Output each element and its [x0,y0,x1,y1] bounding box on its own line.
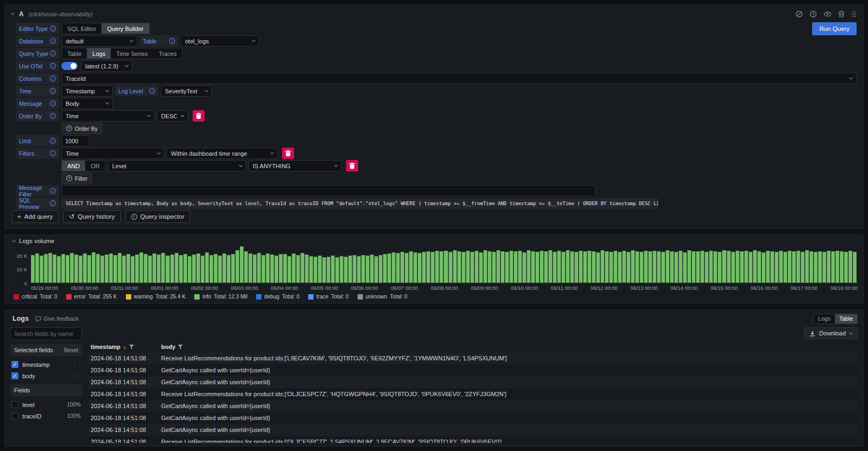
field-name[interactable]: timestamp [22,361,50,368]
message-filter-input[interactable] [61,185,596,196]
order-by-field-select[interactable]: Time [61,110,155,122]
query-inspector-button[interactable]: iQuery inspector [125,210,190,223]
use-otel-toggle[interactable] [61,62,78,70]
volume-bar [788,251,792,283]
give-feedback-link[interactable]: Give feedback [35,316,79,322]
limit-input[interactable] [61,135,90,147]
log-table-row[interactable]: 2024-06-18 14:51:08GetCartAsync called w… [88,400,858,412]
query-type-table[interactable]: Table [62,48,87,59]
info-icon[interactable]: i [149,88,155,94]
legend-item[interactable]: infoTotal: 12.3 Mil [194,294,247,300]
remove-filter-trash-icon[interactable] [282,148,294,159]
checkbox-checked-icon[interactable]: ✓ [11,361,18,368]
remove-condition-trash-icon[interactable] [346,160,358,171]
info-icon[interactable]: i [50,88,56,94]
reset-fields-button[interactable]: Reset [64,347,78,353]
volume-bar [674,252,678,283]
volume-bar [439,251,443,283]
field-name[interactable]: body [22,373,35,379]
info-icon[interactable]: i [50,38,56,44]
drag-handle-icon[interactable]: ⋮⋮ [72,373,81,379]
legend-item[interactable]: errorTotal: 255 K [66,294,117,300]
query-history-button[interactable]: ↺Query history [63,210,120,223]
log-table-row[interactable]: 2024-06-18 14:51:08Receive ListRecommend… [88,388,858,400]
order-by-direction-select[interactable]: DESC [157,110,188,122]
add-filter-button[interactable]: +Filter [61,173,92,184]
info-icon[interactable]: i [50,200,56,206]
volume-bar [57,256,61,283]
info-icon[interactable]: i [50,188,56,194]
info-icon[interactable]: i [50,75,56,81]
info-icon[interactable]: i [50,63,56,69]
log-table-row[interactable]: 2024-06-18 14:51:08GetCartAsync called w… [88,376,858,388]
filter-field-select[interactable]: Time [61,148,164,159]
query-ref[interactable]: A [19,10,24,18]
info-icon[interactable]: i [50,138,56,144]
columns-multiselect[interactable]: TraceId [61,73,857,84]
log-table-row[interactable]: 2024-06-18 14:51:08Receive ListRecommend… [88,352,858,364]
timestamp-column-header[interactable]: timestamp ↓ [88,344,157,350]
volume-bar [692,251,695,283]
info-icon[interactable]: i [50,50,56,56]
view-toggle-logs[interactable]: Logs [814,314,835,323]
filter-condition-operator-select[interactable]: IS ANYTHING [248,160,342,171]
log-table-row[interactable]: 2024-06-18 14:51:08GetCartAsync called w… [88,424,858,436]
log-level-select[interactable]: SeverityText [161,85,212,97]
volume-bar [309,256,313,283]
collapse-chevron-icon[interactable] [11,11,15,15]
info-icon[interactable]: i [169,38,175,44]
log-table-row[interactable]: 2024-06-18 14:51:08GetCartAsync called w… [88,364,858,376]
editor-type-sql-editor[interactable]: SQL Editor [62,23,101,34]
sort-desc-icon[interactable]: ↓ [123,344,126,350]
editor-type-query-builder[interactable]: Query Builder [101,23,149,34]
field-name[interactable]: level [22,402,35,408]
drag-query-grip-icon[interactable] [851,10,857,18]
run-query-button[interactable]: Run Query [812,22,857,35]
info-icon[interactable]: i [50,113,56,119]
conjunction-or[interactable]: OR [85,161,105,171]
info-icon[interactable]: i [50,26,56,31]
legend-item[interactable]: criticalTotal: 0 [14,294,58,300]
checkbox-unchecked-icon[interactable] [11,401,18,408]
drag-handle-icon[interactable]: ⋮⋮ [72,361,81,367]
query-history-icon[interactable] [809,10,817,18]
field-name[interactable]: traceID [22,413,41,420]
remove-order-by-trash-icon[interactable] [193,110,205,122]
conjunction-and[interactable]: AND [62,161,85,171]
query-type-traces[interactable]: Traces [153,48,182,59]
volume-bar [475,251,478,283]
add-order-by-button[interactable]: +Order By [61,123,103,134]
volume-bar [205,252,209,283]
query-type-logs[interactable]: Logs [87,48,111,59]
checkbox-checked-icon[interactable]: ✓ [11,372,18,379]
table-select[interactable]: otel_logs [181,35,259,47]
query-type-time-series[interactable]: Time Series [111,48,153,59]
search-fields-input[interactable] [10,327,82,340]
x-tick-label: 06/15 00:00 [711,285,738,292]
info-icon[interactable]: i [50,100,56,106]
legend-item[interactable]: unknownTotal: 0 [358,294,407,300]
database-select[interactable]: default [61,35,137,47]
legend-item[interactable]: debugTotal: 0 [256,294,299,300]
x-tick-label: 06/07 00:00 [391,285,418,292]
time-column-select[interactable]: Timestamp [61,85,113,97]
filter-level-select[interactable]: Level [108,160,246,171]
message-column-select[interactable]: Body [61,98,113,109]
otel-version-select[interactable]: latest (1.2.9) [81,60,132,72]
filter-operator-select[interactable]: Within dashboard time range [167,148,278,159]
log-table-row[interactable]: 2024-06-18 14:51:08Receive ListRecommend… [88,436,858,443]
hide-response-eye-icon[interactable] [824,11,832,17]
add-query-button[interactable]: +Add query [11,210,59,223]
disable-query-icon[interactable] [795,10,803,18]
remove-query-trash-icon[interactable] [838,10,845,17]
download-button[interactable]: Download [804,327,858,339]
view-toggle-table[interactable]: Table [835,314,857,323]
info-icon[interactable]: i [50,150,56,156]
legend-item[interactable]: traceTotal: 0 [308,294,348,300]
body-column-header[interactable]: body [157,344,183,350]
legend-item[interactable]: warningTotal: 25.4 K [126,294,186,300]
checkbox-unchecked-icon[interactable] [11,412,18,420]
volume-bar [801,252,805,283]
log-table-row[interactable]: 2024-06-18 14:51:08GetCartAsync called w… [88,412,858,424]
collapse-chevron-icon[interactable] [12,238,16,242]
